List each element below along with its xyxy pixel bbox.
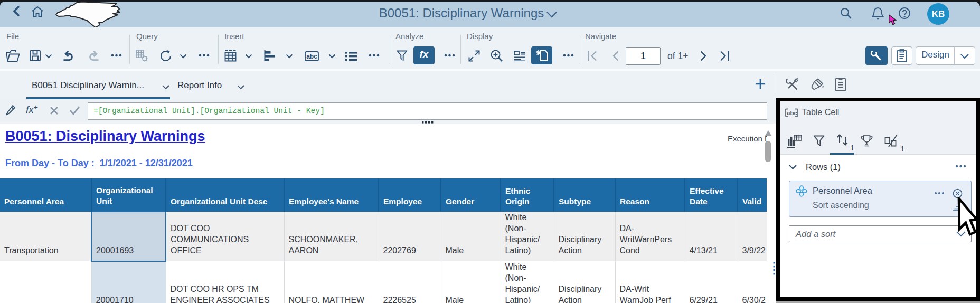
svg-text:1: 1	[900, 144, 904, 152]
svg-text:1: 1	[850, 143, 854, 152]
svg-text:abc: abc	[787, 110, 797, 116]
svg-text:abc: abc	[306, 53, 317, 60]
